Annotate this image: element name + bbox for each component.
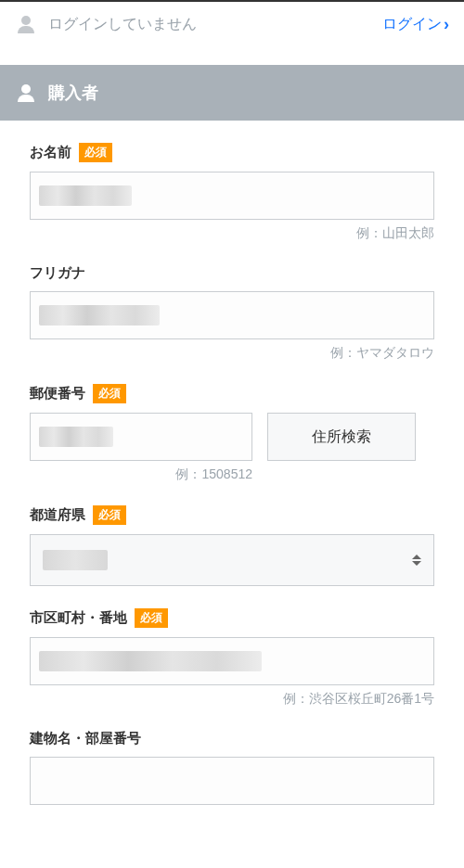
postal-label: 郵便番号 bbox=[30, 385, 85, 402]
top-bar-left: ログインしていません bbox=[15, 13, 197, 35]
section-title: 購入者 bbox=[48, 82, 98, 104]
user-icon bbox=[15, 13, 37, 35]
furigana-label: フリガナ bbox=[30, 264, 85, 282]
top-bar: ログインしていません ログイン › bbox=[0, 0, 464, 46]
prefecture-select[interactable]: 茨城県 bbox=[30, 534, 434, 586]
name-label: お名前 bbox=[30, 144, 71, 161]
city-group: 市区町村・番地 必須 例：渋谷区桜丘町26番1号 bbox=[30, 608, 434, 708]
city-hint: 例：渋谷区桜丘町26番1号 bbox=[30, 691, 434, 708]
user-icon bbox=[15, 82, 37, 104]
required-badge: 必須 bbox=[79, 143, 112, 162]
address-search-button[interactable]: 住所検索 bbox=[267, 413, 416, 461]
login-link[interactable]: ログイン › bbox=[382, 15, 449, 34]
building-label: 建物名・部屋番号 bbox=[30, 730, 141, 747]
prefecture-group: 都道府県 必須 茨城県 bbox=[30, 505, 434, 586]
required-badge: 必須 bbox=[93, 505, 126, 525]
postal-hint: 例：1508512 bbox=[30, 466, 252, 483]
building-group: 建物名・部屋番号 bbox=[30, 730, 434, 805]
required-badge: 必須 bbox=[135, 608, 168, 628]
login-link-text: ログイン bbox=[382, 15, 442, 34]
postal-group: 郵便番号 必須 住所検索 例：1508512 bbox=[30, 384, 434, 483]
city-label: 市区町村・番地 bbox=[30, 609, 127, 627]
name-hint: 例：山田太郎 bbox=[30, 225, 434, 242]
section-header: 購入者 bbox=[0, 65, 464, 121]
required-badge: 必須 bbox=[93, 384, 126, 403]
name-group: お名前 必須 例：山田太郎 bbox=[30, 143, 434, 242]
furigana-group: フリガナ 例：ヤマダタロウ bbox=[30, 264, 434, 362]
form-content: お名前 必須 例：山田太郎 フリガナ 例：ヤマダタロウ 郵便番号 必須 住所 bbox=[0, 121, 464, 849]
furigana-hint: 例：ヤマダタロウ bbox=[30, 345, 434, 362]
chevron-right-icon: › bbox=[444, 15, 449, 34]
prefecture-label: 都道府県 bbox=[30, 506, 85, 524]
login-status-text: ログインしていません bbox=[48, 15, 197, 34]
building-input[interactable] bbox=[30, 757, 434, 805]
